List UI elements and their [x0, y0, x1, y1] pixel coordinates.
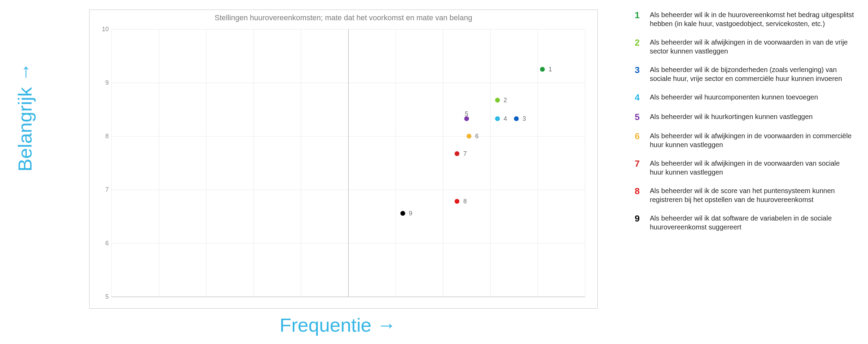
legend-text: Als beheerder wil ik afwijkingen in de v…: [650, 159, 854, 177]
legend-number: 4: [635, 93, 650, 103]
legend-item-4: 4Als beheerder wil huurcomponenten kunne…: [635, 93, 854, 103]
page: Belangrijk → Frequentie → Stellingen huu…: [0, 0, 868, 344]
gridline-v: [112, 29, 112, 297]
legend-text: Als beheerder wil huurcomponenten kunnen…: [650, 93, 854, 102]
legend-number: 5: [635, 112, 650, 122]
y-tick-label: 8: [105, 133, 109, 140]
chart-title: Stellingen huurovereenkomsten; mate dat …: [90, 13, 597, 22]
legend-item-1: 1Als beheerder wil ik in de huurovereenk…: [635, 10, 854, 28]
legend-text: Als beheerder wil ik de score van het pu…: [650, 186, 854, 204]
data-point-label-8: 8: [463, 198, 467, 205]
legend-item-7: 7Als beheerder wil ik afwijkingen in de …: [635, 159, 854, 177]
chart-frame: Stellingen huurovereenkomsten; mate dat …: [89, 10, 598, 309]
data-point-label-7: 7: [463, 150, 467, 157]
data-point-label-3: 3: [523, 115, 526, 122]
y-tick-label: 10: [102, 26, 109, 33]
data-point-label-1: 1: [549, 66, 552, 73]
legend-number: 3: [635, 65, 650, 75]
data-point-4: [495, 116, 500, 121]
legend-text: Als beheerder wil ik in de huurovereenko…: [650, 10, 854, 28]
gridline-v: [490, 29, 491, 297]
legend-text: Als beheerder wil ik afwijkingen in de v…: [650, 131, 854, 149]
legend-text: Als beheerder wil ik huurkortingen kunne…: [650, 112, 854, 121]
legend-text: Als beheerder wil ik afwijkingen in de v…: [650, 38, 854, 56]
data-point-3: [514, 116, 519, 121]
data-point-label-9: 9: [409, 210, 412, 217]
legend-item-5: 5Als beheerder wil ik huurkortingen kunn…: [635, 112, 854, 122]
y-tick-label: 9: [105, 79, 109, 86]
legend-number: 2: [635, 38, 650, 48]
legend-number: 6: [635, 131, 650, 141]
gridline-v: [206, 29, 207, 297]
gridline-v: [538, 29, 538, 297]
legend-number: 9: [635, 214, 650, 224]
y-tick-label: 5: [105, 293, 109, 300]
legend-text: Als beheerder wil ik dat software de var…: [650, 214, 854, 232]
data-point-2: [495, 98, 500, 103]
chart-plot-area: 5678910123456789: [112, 29, 585, 297]
legend-text: Als beheerder wil ik de bijzonderheden (…: [650, 65, 854, 83]
data-point-6: [467, 134, 471, 139]
y-tick-label: 7: [105, 186, 109, 193]
data-point-1: [540, 67, 545, 72]
legend-panel: 1Als beheerder wil ik in de huurovereenk…: [635, 10, 854, 241]
data-point-7: [455, 151, 459, 156]
data-point-9: [400, 211, 405, 216]
gridline-v: [301, 29, 301, 297]
legend-item-9: 9Als beheerder wil ik dat software de va…: [635, 214, 854, 232]
gridline-v: [159, 29, 159, 297]
data-point-8: [455, 199, 459, 204]
gridline-v: [254, 29, 254, 297]
data-point-label-2: 2: [504, 97, 507, 104]
legend-item-2: 2Als beheerder wil ik afwijkingen in de …: [635, 38, 854, 56]
y-tick-label: 6: [105, 240, 109, 247]
gridline-h: [112, 297, 585, 297]
data-point-label-6: 6: [475, 133, 479, 140]
data-point-label-4: 4: [504, 115, 507, 122]
center-vertical-line: [348, 29, 349, 297]
y-axis-label: Belangrijk →: [14, 63, 36, 171]
gridline-v: [396, 29, 396, 297]
legend-number: 7: [635, 159, 650, 169]
data-point-label-5: 5: [465, 110, 468, 118]
gridline-v: [443, 29, 443, 297]
legend-item-3: 3Als beheerder wil ik de bijzonderheden …: [635, 65, 854, 83]
legend-number: 1: [635, 10, 650, 20]
legend-item-6: 6Als beheerder wil ik afwijkingen in de …: [635, 131, 854, 149]
legend-number: 8: [635, 186, 650, 196]
gridline-v: [585, 29, 585, 297]
x-axis-label: Frequentie →: [280, 314, 396, 336]
legend-item-8: 8Als beheerder wil ik de score van het p…: [635, 186, 854, 204]
